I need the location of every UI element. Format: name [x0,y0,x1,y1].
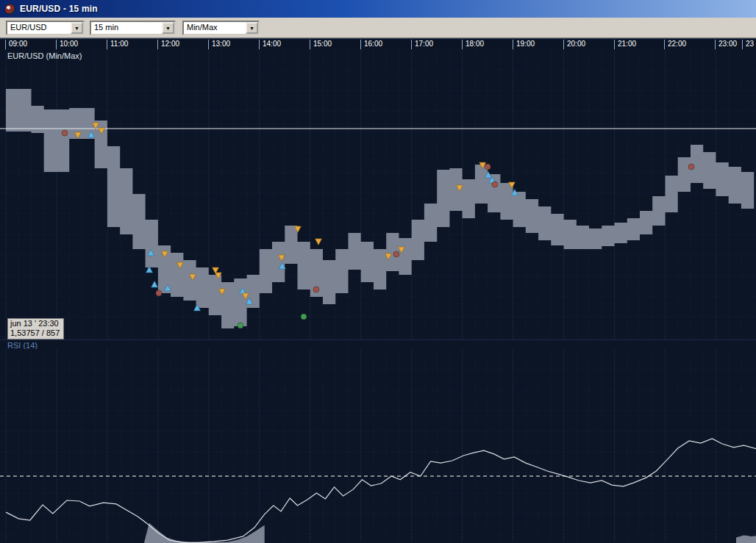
time-axis-label: 20:00 [563,40,585,49]
interval-select-value: 15 min [91,22,162,34]
chevron-down-icon: ▼ [249,26,254,31]
rsi-line [6,439,756,542]
red-dot-marker-icon [393,251,399,257]
time-axis-label: 19:00 [513,40,535,49]
time-axis-label: 12:00 [157,40,179,49]
chart-type-select-value: Min/Max [184,22,246,34]
symbol-select[interactable]: EUR/USD ▼ [6,21,85,35]
window-title: EUR/USD - 15 min [20,4,98,14]
time-axis-label: 22:00 [664,40,686,49]
red-dot-marker-icon [62,130,68,136]
app-icon[interactable] [4,4,15,15]
red-dot-marker-icon [688,164,694,170]
time-axis-label: 16:00 [360,40,382,49]
minmax-band [6,89,754,328]
buy-signal-icon [151,281,158,288]
price-pane[interactable]: EUR/USD (Min/Max) jun 13 ' 23:30 1,53757… [0,49,756,339]
rsi-pane-header: RSI (14) [0,339,756,349]
time-axis-label: 14:00 [259,40,281,49]
time-axis-label: 10:00 [56,40,78,49]
green-dot-marker-icon [301,314,307,320]
symbol-select-value: EUR/USD [7,22,71,34]
time-axis-label: 11:00 [107,40,128,49]
chart-type-select[interactable]: Min/Max ▼ [182,21,260,35]
toolbar: EUR/USD ▼ 15 min ▼ Min/Max ▼ [0,18,756,38]
sell-signal-icon [315,239,322,245]
chart-type-dropdown-button[interactable]: ▼ [246,22,258,34]
chevron-down-icon: ▼ [165,26,171,31]
red-dot-marker-icon [313,287,319,292]
red-dot-marker-icon [156,290,162,296]
red-dot-marker-icon [485,164,491,170]
time-axis-label: 21:00 [614,40,636,49]
app-window: EUR/USD - 15 min EUR/USD ▼ 15 min ▼ Min/… [0,0,756,543]
title-bar[interactable]: EUR/USD - 15 min [0,0,756,18]
symbol-dropdown-button[interactable]: ▼ [71,22,83,34]
time-axis-label: 23 [742,40,754,49]
crosshair-tooltip: jun 13 ' 23:30 1,53757 / 857 [7,318,64,339]
red-dot-marker-icon [492,181,498,187]
price-pane-label: EUR/USD (Min/Max) [7,51,82,60]
tooltip-minmax-values: 1,53757 / 857 [10,328,60,338]
price-chart[interactable] [0,49,756,339]
time-axis-label: 23:00 [715,40,737,49]
rsi-chart[interactable] [0,349,756,543]
time-axis-label: 15:00 [310,40,332,49]
interval-dropdown-button[interactable]: ▼ [162,22,174,34]
chevron-down-icon: ▼ [74,26,79,31]
time-axis-label: 13:00 [208,40,230,49]
time-axis-label: 17:00 [411,40,433,49]
rsi-pane[interactable] [0,349,756,543]
time-axis-label: 09:00 [5,40,27,49]
interval-select[interactable]: 15 min ▼ [90,21,176,35]
time-axis-label: 18:00 [462,40,484,49]
time-axis[interactable]: 09:0010:0011:0012:0013:0014:0015:0016:00… [0,38,756,49]
rsi-oversold-fill [736,535,756,543]
tooltip-datetime: jun 13 ' 23:30 [10,319,60,328]
green-dot-marker-icon [238,323,243,328]
